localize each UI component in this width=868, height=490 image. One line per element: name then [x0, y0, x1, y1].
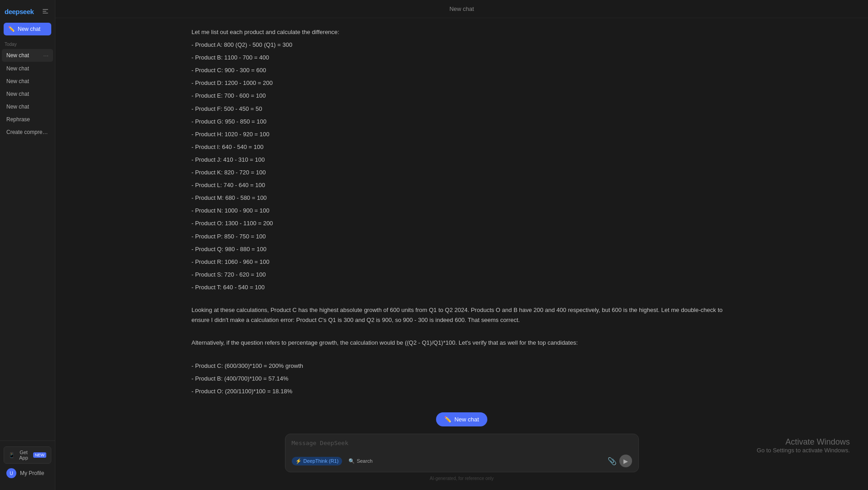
- ai-message: Let me list out each product and calcula…: [191, 27, 732, 407]
- msg-percentage-intro: Alternatively, if the question refers to…: [191, 338, 732, 348]
- sidebar-item-5[interactable]: New chat: [2, 101, 53, 113]
- msg-product-d: - Product D: 1200 - 1000 = 200: [191, 78, 732, 88]
- msg-product-i: - Product I: 640 - 540 = 100: [191, 142, 732, 152]
- message-input[interactable]: [292, 439, 632, 450]
- msg-pct-o: - Product O: (200/1100)*100 = 18.18%: [191, 386, 732, 396]
- msg-pct-b: - Product B: (400/700)*100 = 57.14%: [191, 374, 732, 384]
- sidebar: deepseek ✏️ New chat Today New chat ··· …: [0, 0, 55, 490]
- msg-product-p: - Product P: 850 - 750 = 100: [191, 232, 732, 242]
- phone-icon: 📱: [9, 452, 15, 458]
- msg-product-h: - Product H: 1020 - 920 = 100: [191, 129, 732, 139]
- item-menu-dots[interactable]: ···: [43, 52, 49, 59]
- my-profile-button[interactable]: U My Profile: [2, 465, 53, 481]
- sidebar-header: deepseek: [0, 5, 55, 21]
- sidebar-item-3[interactable]: New chat: [2, 75, 53, 87]
- plus-small-icon: ✏️: [444, 416, 451, 423]
- msg-product-j: - Product J: 410 - 310 = 100: [191, 155, 732, 165]
- msg-product-o: - Product O: 1300 - 1100 = 200: [191, 218, 732, 228]
- msg-product-b: - Product B: 1100 - 700 = 400: [191, 53, 732, 63]
- today-label: Today: [0, 40, 55, 49]
- svg-rect-0: [43, 9, 48, 10]
- chat-footer: ✏️ New chat ⚡ DeepThink (R1) 🔍 Search �: [55, 407, 868, 490]
- attach-button[interactable]: 📎: [608, 457, 617, 465]
- message-input-container: ⚡ DeepThink (R1) 🔍 Search 📎 ▶: [285, 434, 639, 472]
- input-toolbar: ⚡ DeepThink (R1) 🔍 Search 📎 ▶: [292, 455, 632, 467]
- plus-icon: ✏️: [8, 26, 15, 32]
- chat-title: New chat: [449, 5, 474, 12]
- svg-rect-1: [43, 11, 46, 12]
- msg-product-m: - Product M: 680 - 580 = 100: [191, 193, 732, 203]
- sidebar-item-2[interactable]: New chat: [2, 63, 53, 74]
- avatar: U: [6, 468, 16, 478]
- msg-product-e: - Product E: 700 - 600 = 100: [191, 91, 732, 101]
- get-app-button[interactable]: 📱 Get App NEW: [4, 446, 51, 464]
- msg-analysis: Looking at these calculations, Product C…: [191, 305, 732, 325]
- msg-product-g: - Product G: 950 - 850 = 100: [191, 117, 732, 127]
- msg-product-n: - Product N: 1000 - 900 = 100: [191, 206, 732, 216]
- deepthink-button[interactable]: ⚡ DeepThink (R1): [292, 457, 343, 465]
- msg-product-k: - Product K: 820 - 720 = 100: [191, 168, 732, 178]
- svg-rect-2: [43, 13, 48, 14]
- new-chat-center-button[interactable]: ✏️ New chat: [436, 412, 487, 426]
- sidebar-toggle-button[interactable]: [40, 6, 50, 16]
- input-tools-right: 📎 ▶: [608, 455, 632, 467]
- msg-product-c: - Product C: 900 - 300 = 600: [191, 65, 732, 75]
- msg-product-a: - Product A: 800 (Q2) - 500 (Q1) = 300: [191, 40, 732, 50]
- msg-intro: Let me list out each product and calcula…: [191, 27, 732, 37]
- search-icon: 🔍: [348, 458, 355, 464]
- search-button[interactable]: 🔍 Search: [345, 457, 376, 465]
- msg-product-q: - Product Q: 980 - 880 = 100: [191, 244, 732, 254]
- chat-messages-area: Let me list out each product and calcula…: [55, 18, 868, 407]
- new-badge: NEW: [33, 452, 46, 458]
- sidebar-item-4[interactable]: New chat: [2, 88, 53, 100]
- input-tools-left: ⚡ DeepThink (R1) 🔍 Search: [292, 457, 377, 465]
- msg-product-t: - Product T: 640 - 540 = 100: [191, 282, 732, 292]
- deepthink-icon: ⚡: [295, 458, 302, 464]
- msg-product-l: - Product L: 740 - 640 = 100: [191, 180, 732, 190]
- sidebar-item-rephrase[interactable]: Rephrase: [2, 114, 53, 125]
- footer-note: AI-generated, for reference only: [430, 476, 494, 481]
- sidebar-bottom: 📱 Get App NEW U My Profile: [0, 441, 55, 485]
- msg-pct-c: - Product C: (600/300)*100 = 200% growth: [191, 361, 732, 371]
- send-button[interactable]: ▶: [619, 455, 632, 467]
- msg-product-f: - Product F: 500 - 450 = 50: [191, 104, 732, 114]
- msg-product-r: - Product R: 1060 - 960 = 100: [191, 257, 732, 267]
- msg-product-s: - Product S: 720 - 620 = 100: [191, 270, 732, 280]
- chat-header: New chat: [55, 0, 868, 18]
- app-logo: deepseek: [5, 8, 34, 15]
- main-content: New chat Let me list out each product an…: [55, 0, 868, 490]
- sidebar-item-test-cases[interactable]: Create comprehensive test cases: [2, 126, 53, 138]
- new-chat-button[interactable]: ✏️ New chat: [4, 23, 51, 35]
- sidebar-item-1[interactable]: New chat ···: [2, 49, 53, 62]
